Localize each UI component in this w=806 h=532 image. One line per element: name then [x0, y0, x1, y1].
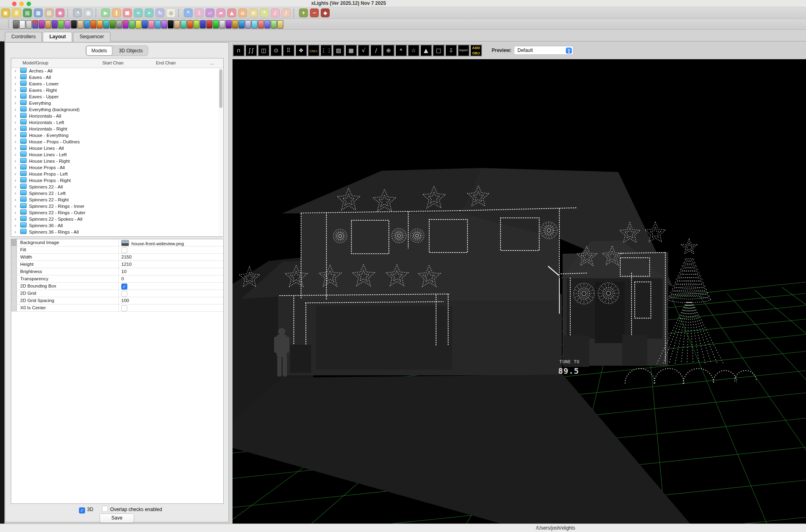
rewind-icon[interactable]: «	[134, 8, 143, 17]
effect-curtain-icon[interactable]	[64, 20, 71, 29]
disclosure-chevron-icon[interactable]: ›	[15, 158, 19, 164]
effect-strobe-icon[interactable]	[277, 20, 283, 29]
effect-dmx-icon[interactable]	[71, 20, 77, 29]
disclosure-chevron-icon[interactable]: ›	[15, 177, 19, 184]
effect-garlands-icon[interactable]	[110, 20, 116, 29]
effect-kaleidoscope-icon[interactable]	[123, 20, 129, 29]
effect-glediator-icon[interactable]	[116, 20, 122, 29]
render-all-icon[interactable]: ◉	[56, 8, 64, 17]
disclosure-chevron-icon[interactable]: ›	[15, 209, 19, 216]
star-tool[interactable]: ☆	[408, 45, 419, 56]
disclosure-chevron-icon[interactable]: ›	[15, 132, 19, 139]
property-value[interactable]: house-front-wideview.png	[118, 239, 223, 246]
disclosure-chevron-icon[interactable]: ›	[15, 229, 19, 235]
models-button[interactable]: Models	[86, 46, 112, 56]
zoom-out-icon[interactable]: −	[310, 8, 319, 17]
open-sequence-icon[interactable]: ▤	[23, 8, 32, 17]
color-panel-icon[interactable]: /	[282, 8, 291, 17]
select-group-icon[interactable]: ◆	[321, 8, 330, 17]
tree-item[interactable]: ›Spinners 22 - Left	[11, 190, 218, 197]
save-icon[interactable]: ▦	[34, 8, 43, 17]
effect-circles-icon[interactable]	[52, 20, 58, 29]
matrix-tool[interactable]: ▦	[345, 45, 357, 56]
property-value[interactable]	[118, 290, 223, 297]
tree-item[interactable]: ›Eaves - Lower	[11, 81, 218, 87]
effect-on-icon[interactable]	[19, 20, 25, 29]
disclosure-chevron-icon[interactable]: ›	[15, 190, 19, 197]
column-end-chan[interactable]: End Chan	[156, 60, 176, 65]
disclosure-chevron-icon[interactable]: ›	[15, 197, 19, 203]
effect-spirograph-icon[interactable]	[264, 20, 270, 29]
tree-item[interactable]: ›Spinners 36 - All	[11, 222, 218, 229]
effect-liquid-icon[interactable]	[142, 20, 148, 29]
window-frame-tool[interactable]: □	[433, 45, 444, 56]
disclosure-chevron-icon[interactable]: ›	[15, 151, 19, 158]
effect-assist-icon[interactable]: /	[271, 8, 280, 17]
effect-pictures-icon[interactable]	[181, 20, 187, 29]
effect-galaxy-icon[interactable]	[103, 20, 109, 29]
effect-sketch-icon[interactable]	[239, 20, 245, 29]
spinner-tool[interactable]: *	[395, 45, 407, 56]
dmx-tool[interactable]: DMX	[308, 45, 319, 56]
disclosure-chevron-icon[interactable]: ›	[15, 203, 19, 209]
unchecked-checkbox[interactable]	[121, 291, 127, 297]
disclosure-chevron-icon[interactable]: ›	[15, 145, 19, 151]
disclosure-chevron-icon[interactable]: ›	[15, 100, 19, 106]
effect-state-icon[interactable]	[271, 20, 277, 29]
unchecked-checkbox[interactable]	[121, 247, 127, 253]
tree-item[interactable]: ›Arches - All	[11, 68, 218, 74]
disclosure-chevron-icon[interactable]: ›	[15, 119, 19, 126]
replay-icon[interactable]: ↻	[156, 8, 164, 17]
single-line-tool[interactable]: /	[370, 45, 382, 56]
effect-life-icon[interactable]	[129, 20, 135, 29]
tree-item[interactable]: ›House - Everything	[11, 132, 218, 139]
disclosure-chevron-icon[interactable]: ›	[15, 222, 19, 229]
column-model-group[interactable]: Model/Group	[23, 60, 48, 65]
disclosure-chevron-icon[interactable]: ›	[15, 126, 19, 132]
objects-3d-button[interactable]: 3D Objects	[114, 46, 147, 55]
effect-fireworks-icon[interactable]	[97, 20, 103, 29]
column-start-chan[interactable]: Start Chan	[102, 60, 124, 65]
tree-item[interactable]: ›House Lines - All	[11, 145, 218, 151]
property-value[interactable]: 100	[118, 297, 223, 304]
tree-item[interactable]: ›Everything (background)	[11, 106, 218, 113]
effect-faces-icon[interactable]	[77, 20, 83, 29]
tree-item[interactable]: ›Spinners 22 - Spokes - All	[11, 216, 218, 222]
effect-meteors-icon[interactable]	[155, 20, 161, 29]
effect-snowstorm-icon[interactable]	[251, 20, 258, 29]
tree-item[interactable]: ›Spinners 22 - Rings - Inner	[11, 203, 218, 209]
tree-item[interactable]: ›House Props - Right	[11, 177, 218, 184]
effect-color-wash-icon[interactable]	[58, 20, 64, 29]
column-more[interactable]: ...	[210, 60, 214, 65]
effect-candle-icon[interactable]	[45, 20, 51, 29]
layout-3d-canvas[interactable]: TUNE TO89.5	[233, 59, 806, 524]
tree-item[interactable]: ›House - Props - Outlines	[11, 139, 218, 145]
effect-music-icon[interactable]	[168, 20, 174, 29]
wreath-tool[interactable]: ⇩	[445, 45, 457, 56]
tree-item[interactable]: ›Spinners 22 - Right	[11, 197, 218, 203]
effect-butterfly-icon[interactable]	[39, 20, 45, 29]
tree-tool[interactable]: ▲	[420, 45, 432, 56]
property-value[interactable]: 0	[118, 275, 223, 282]
effect-piano-icon[interactable]	[174, 20, 180, 29]
property-value[interactable]: ✓	[118, 283, 223, 290]
tree-item[interactable]: ›Spinners 22 - All	[11, 184, 218, 190]
tab-layout[interactable]: Layout	[43, 32, 72, 41]
effect-plasma-icon[interactable]	[193, 20, 199, 29]
settings-gear-icon[interactable]: *	[184, 8, 193, 17]
disclosure-chevron-icon[interactable]: ›	[15, 68, 19, 74]
effect-bars-icon[interactable]	[32, 20, 38, 29]
render-mode-icon[interactable]: ▲	[227, 8, 236, 17]
disclosure-chevron-icon[interactable]: ›	[15, 216, 19, 222]
effect-adjust-icon[interactable]	[26, 20, 32, 29]
tree-item[interactable]: ›House Lines - Left	[11, 151, 218, 158]
disclosure-chevron-icon[interactable]: ›	[15, 74, 19, 81]
image-tool[interactable]: ▨	[333, 45, 344, 56]
tree-item[interactable]: ›House Lines - Right	[11, 158, 218, 164]
tree-item[interactable]: ›Horizontals - Right	[11, 126, 218, 132]
icicles-tool[interactable]: ⋮⋮	[320, 45, 332, 56]
property-value[interactable]: 10	[118, 268, 223, 275]
disclosure-chevron-icon[interactable]: ›	[15, 106, 19, 113]
title-bar[interactable]: xLights (Ver 2025.12) Nov 7 2025	[0, 0, 806, 7]
effect-shockwave-icon[interactable]	[226, 20, 232, 29]
